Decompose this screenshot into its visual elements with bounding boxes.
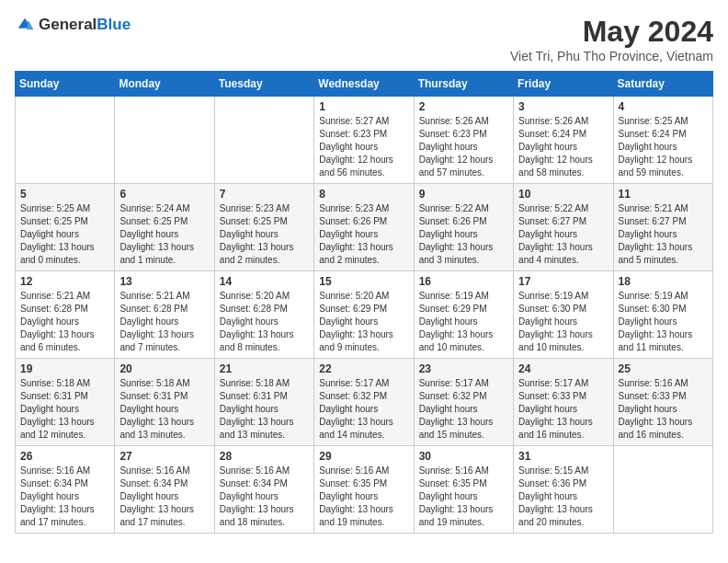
col-wednesday: Wednesday — [314, 72, 414, 97]
day-info: Sunrise: 5:21 AM Sunset: 6:27 PM Dayligh… — [619, 202, 708, 267]
calendar-cell: 7 Sunrise: 5:23 AM Sunset: 6:25 PM Dayli… — [214, 184, 313, 271]
day-number: 14 — [220, 275, 309, 288]
day-number: 23 — [419, 362, 508, 375]
day-info: Sunrise: 5:24 AM Sunset: 6:25 PM Dayligh… — [119, 202, 209, 267]
day-info: Sunrise: 5:15 AM Sunset: 6:36 PM Dayligh… — [518, 465, 608, 529]
calendar-cell: 20 Sunrise: 5:18 AM Sunset: 6:31 PM Dayl… — [115, 359, 214, 446]
calendar-body: 1 Sunrise: 5:27 AM Sunset: 6:23 PM Dayli… — [16, 97, 713, 534]
calendar-cell — [16, 97, 115, 184]
day-info: Sunrise: 5:25 AM Sunset: 6:25 PM Dayligh… — [20, 202, 109, 267]
day-info: Sunrise: 5:18 AM Sunset: 6:31 PM Dayligh… — [20, 377, 109, 442]
day-info: Sunrise: 5:25 AM Sunset: 6:24 PM Dayligh… — [619, 115, 708, 179]
calendar-cell: 31 Sunrise: 5:15 AM Sunset: 6:36 PM Dayl… — [514, 446, 613, 534]
calendar-cell: 21 Sunrise: 5:18 AM Sunset: 6:31 PM Dayl… — [214, 359, 313, 446]
calendar-week-4: 19 Sunrise: 5:18 AM Sunset: 6:31 PM Dayl… — [16, 359, 713, 446]
day-info: Sunrise: 5:16 AM Sunset: 6:35 PM Dayligh… — [319, 465, 408, 529]
col-monday: Monday — [115, 72, 214, 97]
location: Viet Tri, Phu Tho Province, Vietnam — [510, 49, 713, 63]
calendar-cell: 28 Sunrise: 5:16 AM Sunset: 6:34 PM Dayl… — [214, 446, 313, 534]
day-number: 15 — [319, 275, 408, 288]
calendar-cell: 4 Sunrise: 5:25 AM Sunset: 6:24 PM Dayli… — [613, 97, 712, 184]
day-info: Sunrise: 5:20 AM Sunset: 6:28 PM Dayligh… — [220, 290, 309, 354]
calendar-cell: 8 Sunrise: 5:23 AM Sunset: 6:26 PM Dayli… — [314, 184, 414, 271]
calendar-cell — [214, 97, 313, 184]
day-number: 27 — [119, 450, 209, 463]
day-info: Sunrise: 5:27 AM Sunset: 6:23 PM Dayligh… — [319, 115, 408, 179]
day-info: Sunrise: 5:18 AM Sunset: 6:31 PM Dayligh… — [220, 377, 309, 442]
day-number: 12 — [20, 275, 109, 288]
day-info: Sunrise: 5:19 AM Sunset: 6:30 PM Dayligh… — [619, 290, 708, 354]
day-number: 4 — [619, 100, 708, 113]
calendar-week-2: 5 Sunrise: 5:25 AM Sunset: 6:25 PM Dayli… — [16, 184, 713, 271]
day-info: Sunrise: 5:21 AM Sunset: 6:28 PM Dayligh… — [20, 290, 109, 354]
col-thursday: Thursday — [414, 72, 513, 97]
calendar-week-1: 1 Sunrise: 5:27 AM Sunset: 6:23 PM Dayli… — [16, 97, 713, 184]
calendar-cell: 22 Sunrise: 5:17 AM Sunset: 6:32 PM Dayl… — [314, 359, 414, 446]
col-saturday: Saturday — [613, 72, 712, 97]
day-number: 13 — [119, 275, 209, 288]
day-number: 3 — [518, 100, 608, 113]
day-info: Sunrise: 5:20 AM Sunset: 6:29 PM Dayligh… — [319, 290, 408, 354]
day-number: 22 — [319, 362, 408, 375]
day-number: 10 — [518, 188, 608, 201]
calendar-cell: 18 Sunrise: 5:19 AM Sunset: 6:30 PM Dayl… — [613, 271, 712, 359]
day-info: Sunrise: 5:17 AM Sunset: 6:32 PM Dayligh… — [319, 377, 408, 442]
day-info: Sunrise: 5:16 AM Sunset: 6:34 PM Dayligh… — [220, 465, 309, 529]
day-info: Sunrise: 5:17 AM Sunset: 6:32 PM Dayligh… — [419, 377, 508, 442]
calendar-cell: 19 Sunrise: 5:18 AM Sunset: 6:31 PM Dayl… — [16, 359, 115, 446]
calendar-cell: 3 Sunrise: 5:26 AM Sunset: 6:24 PM Dayli… — [514, 97, 613, 184]
calendar-cell: 30 Sunrise: 5:16 AM Sunset: 6:35 PM Dayl… — [414, 446, 513, 534]
calendar-cell — [613, 446, 712, 534]
col-sunday: Sunday — [16, 72, 115, 97]
title-block: May 2024 Viet Tri, Phu Tho Province, Vie… — [510, 15, 713, 63]
day-info: Sunrise: 5:22 AM Sunset: 6:27 PM Dayligh… — [518, 202, 608, 267]
calendar-cell: 17 Sunrise: 5:19 AM Sunset: 6:30 PM Dayl… — [514, 271, 613, 359]
day-info: Sunrise: 5:19 AM Sunset: 6:29 PM Dayligh… — [419, 290, 508, 354]
day-number: 1 — [319, 100, 408, 113]
calendar-cell: 24 Sunrise: 5:17 AM Sunset: 6:33 PM Dayl… — [514, 359, 613, 446]
day-info: Sunrise: 5:16 AM Sunset: 6:35 PM Dayligh… — [419, 465, 508, 529]
day-number: 29 — [319, 450, 408, 463]
day-number: 24 — [518, 362, 608, 375]
calendar-cell: 13 Sunrise: 5:21 AM Sunset: 6:28 PM Dayl… — [115, 271, 214, 359]
calendar-week-3: 12 Sunrise: 5:21 AM Sunset: 6:28 PM Dayl… — [16, 271, 713, 359]
day-info: Sunrise: 5:16 AM Sunset: 6:33 PM Dayligh… — [619, 377, 708, 442]
calendar-cell — [115, 97, 214, 184]
day-info: Sunrise: 5:18 AM Sunset: 6:31 PM Dayligh… — [119, 377, 209, 442]
day-info: Sunrise: 5:16 AM Sunset: 6:34 PM Dayligh… — [119, 465, 209, 529]
day-number: 19 — [20, 362, 109, 375]
day-info: Sunrise: 5:26 AM Sunset: 6:24 PM Dayligh… — [518, 115, 608, 179]
day-info: Sunrise: 5:26 AM Sunset: 6:23 PM Dayligh… — [419, 115, 508, 179]
day-number: 26 — [20, 450, 109, 463]
day-number: 17 — [518, 275, 608, 288]
day-info: Sunrise: 5:22 AM Sunset: 6:26 PM Dayligh… — [419, 202, 508, 267]
day-info: Sunrise: 5:23 AM Sunset: 6:26 PM Dayligh… — [319, 202, 408, 267]
month-year: May 2024 — [510, 15, 713, 49]
day-number: 2 — [419, 100, 508, 113]
calendar-cell: 12 Sunrise: 5:21 AM Sunset: 6:28 PM Dayl… — [16, 271, 115, 359]
calendar-cell: 26 Sunrise: 5:16 AM Sunset: 6:34 PM Dayl… — [16, 446, 115, 534]
day-info: Sunrise: 5:19 AM Sunset: 6:30 PM Dayligh… — [518, 290, 608, 354]
day-number: 28 — [220, 450, 309, 463]
day-info: Sunrise: 5:23 AM Sunset: 6:25 PM Dayligh… — [220, 202, 309, 267]
calendar-cell: 1 Sunrise: 5:27 AM Sunset: 6:23 PM Dayli… — [314, 97, 414, 184]
calendar-header: Sunday Monday Tuesday Wednesday Thursday… — [16, 72, 713, 97]
day-number: 30 — [419, 450, 508, 463]
day-info: Sunrise: 5:21 AM Sunset: 6:28 PM Dayligh… — [119, 290, 209, 354]
day-number: 9 — [419, 188, 508, 201]
logo-general: GeneralBlue — [39, 16, 131, 34]
day-number: 11 — [619, 188, 708, 201]
calendar-cell: 11 Sunrise: 5:21 AM Sunset: 6:27 PM Dayl… — [613, 184, 712, 271]
logo-icon — [15, 15, 35, 35]
calendar-table: Sunday Monday Tuesday Wednesday Thursday… — [15, 71, 713, 534]
day-info: Sunrise: 5:17 AM Sunset: 6:33 PM Dayligh… — [518, 377, 608, 442]
calendar-cell: 15 Sunrise: 5:20 AM Sunset: 6:29 PM Dayl… — [314, 271, 414, 359]
calendar-cell: 10 Sunrise: 5:22 AM Sunset: 6:27 PM Dayl… — [514, 184, 613, 271]
day-number: 16 — [419, 275, 508, 288]
day-number: 18 — [619, 275, 708, 288]
header-row: Sunday Monday Tuesday Wednesday Thursday… — [16, 72, 713, 97]
day-number: 25 — [619, 362, 708, 375]
calendar-cell: 23 Sunrise: 5:17 AM Sunset: 6:32 PM Dayl… — [414, 359, 513, 446]
calendar-cell: 5 Sunrise: 5:25 AM Sunset: 6:25 PM Dayli… — [16, 184, 115, 271]
calendar-cell: 29 Sunrise: 5:16 AM Sunset: 6:35 PM Dayl… — [314, 446, 414, 534]
